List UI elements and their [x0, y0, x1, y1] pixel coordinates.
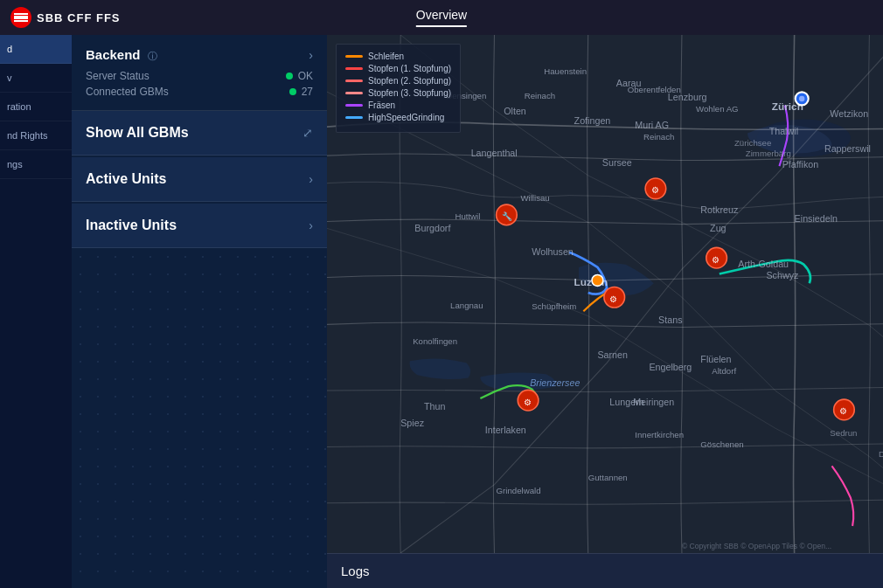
svg-text:© Copyright SBB © OpenApp Tile: © Copyright SBB © OpenApp Tiles © Open..…: [682, 542, 831, 550]
legend-stopfen3: Stopfen (3. Stopfung): [345, 88, 451, 98]
legend-highspeed: HighSpeedGrinding: [345, 113, 451, 122]
legend-stopfen3-line: [345, 92, 363, 94]
expand-icon: ⤢: [302, 126, 313, 140]
svg-text:🔧: 🔧: [502, 211, 513, 222]
legend-schleifen-line: [345, 55, 363, 58]
active-units-title: Active Units: [86, 171, 166, 187]
map-background: Zürich Luzern Zug Aarau Olten Interlaken…: [327, 35, 883, 553]
svg-text:Stans: Stans: [658, 315, 682, 325]
svg-text:Sursee: Sursee: [602, 157, 632, 168]
svg-text:⚙: ⚙: [609, 294, 617, 304]
legend-highspeed-text: HighSpeedGrinding: [368, 113, 444, 122]
svg-text:Guttannen: Guttannen: [588, 473, 628, 482]
legend-frasen-line: [345, 104, 363, 107]
sidebar-item-settings[interactable]: ngs: [0, 150, 72, 179]
svg-text:Rotkreuz: Rotkreuz: [700, 204, 738, 215]
svg-text:Muri AG: Muri AG: [635, 120, 669, 130]
backend-title: Backend: [86, 47, 141, 62]
panel-empty-area: [72, 248, 327, 588]
svg-text:Schüpfheim: Schüpfheim: [532, 301, 576, 311]
inactive-units-button[interactable]: Inactive Units ›: [72, 204, 327, 248]
legend-stopfen1-line: [345, 67, 363, 70]
logs-title: Logs: [341, 564, 370, 578]
svg-text:Engelberg: Engelberg: [649, 362, 692, 372]
app-header: SBB CFF FFS Overview: [0, 0, 883, 35]
sidebar-item-rights[interactable]: nd Rights: [0, 121, 72, 150]
svg-text:Brienzersee: Brienzersee: [530, 377, 580, 388]
svg-point-69: [592, 275, 603, 287]
connected-gbms-indicator: [289, 88, 296, 95]
show-all-title: Show All GBMs: [86, 125, 189, 141]
svg-text:Zug: Zug: [710, 223, 727, 233]
svg-text:Sedrun: Sedrun: [830, 428, 857, 438]
svg-text:Einsiedeln: Einsiedeln: [795, 213, 838, 224]
svg-text:Thalwil: Thalwil: [769, 126, 798, 136]
sidebar-item-overview[interactable]: v: [0, 64, 72, 93]
svg-text:⚙: ⚙: [651, 185, 659, 195]
logs-bar[interactable]: Logs: [327, 553, 883, 588]
legend-stopfen2: Stopfen (2. Stopfung): [345, 76, 451, 86]
left-panel: Backend ⓘ › Server Status OK Connected G…: [72, 35, 327, 588]
logo-area: SBB CFF FFS: [0, 7, 131, 28]
active-units-chevron-icon: ›: [309, 172, 313, 186]
svg-text:Sarnen: Sarnen: [597, 349, 628, 360]
legend-stopfen1-text: Stopfen (1. Stopfung): [368, 64, 451, 73]
legend-stopfen2-text: Stopfen (2. Stopfung): [368, 76, 451, 86]
map-area[interactable]: Zürich Luzern Zug Aarau Olten Interlaken…: [327, 35, 883, 553]
svg-text:Rapperswil: Rapperswil: [824, 143, 871, 154]
svg-text:Dise...: Dise...: [879, 449, 883, 459]
svg-text:Zimmerbärg: Zimmerbärg: [746, 149, 791, 158]
show-all-gbms-button[interactable]: Show All GBMs ⤢: [72, 111, 327, 156]
svg-text:Flüelen: Flüelen: [700, 354, 731, 364]
backend-chevron-icon[interactable]: ›: [309, 48, 313, 62]
svg-text:Olten: Olten: [504, 106, 526, 116]
map-legend: Schleifen Stopfen (1. Stopfung) Stopfen …: [336, 44, 461, 133]
svg-text:Wolhusen: Wolhusen: [532, 246, 574, 257]
backend-title-area: Backend ⓘ: [86, 47, 157, 63]
svg-text:Interlaken: Interlaken: [485, 425, 526, 435]
svg-text:⚙: ⚙: [839, 406, 847, 416]
connected-gbms-row: Connected GBMs 27: [86, 86, 313, 98]
active-units-button[interactable]: Active Units ›: [72, 157, 327, 202]
svg-text:Burgdorf: Burgdorf: [414, 223, 450, 233]
svg-rect-0: [14, 16, 28, 19]
svg-point-68: [799, 96, 804, 101]
legend-frasen-text: Fräsen: [368, 100, 395, 110]
sidebar-item-configuration[interactable]: ration: [0, 93, 72, 121]
svg-text:Göschenen: Göschenen: [700, 439, 743, 449]
svg-rect-2: [14, 20, 28, 22]
svg-text:Schwyz: Schwyz: [766, 270, 798, 280]
backend-section: Backend ⓘ › Server Status OK Connected G…: [72, 35, 327, 111]
sidebar-item-active[interactable]: d: [0, 35, 72, 64]
app-title: SBB CFF FFS: [37, 11, 121, 24]
legend-schleifen: Schleifen: [345, 52, 451, 61]
svg-text:Reinach: Reinach: [643, 132, 674, 142]
connected-gbms-right: 27: [289, 86, 313, 98]
svg-text:Wohlen AG: Wohlen AG: [696, 104, 739, 114]
svg-text:Langenthal: Langenthal: [471, 148, 518, 158]
svg-text:Wetzikon: Wetzikon: [830, 108, 868, 119]
svg-text:Lungern: Lungern: [609, 397, 643, 407]
inactive-units-title: Inactive Units: [86, 218, 177, 233]
backend-info-icon: ⓘ: [148, 51, 157, 61]
svg-text:Konolfingen: Konolfingen: [413, 336, 457, 346]
legend-stopfen3-text: Stopfen (3. Stopfung): [368, 88, 451, 98]
connected-gbms-value: 27: [302, 86, 313, 98]
server-status-value: OK: [298, 70, 313, 82]
svg-text:Huttwil: Huttwil: [455, 211, 480, 221]
svg-text:Reinach: Reinach: [525, 91, 555, 100]
inactive-units-chevron-icon: ›: [309, 218, 313, 232]
overview-tab[interactable]: Overview: [416, 8, 467, 27]
server-status-right: OK: [286, 70, 313, 82]
sbb-logo-icon: [10, 7, 31, 28]
server-status-row: Server Status OK: [86, 70, 313, 82]
svg-text:Oberentfelden: Oberentfelden: [628, 85, 681, 94]
svg-text:Arth-Goldau: Arth-Goldau: [738, 259, 789, 269]
svg-text:Zofingen: Zofingen: [574, 115, 611, 126]
backend-header: Backend ⓘ ›: [86, 47, 313, 63]
server-status-indicator: [286, 73, 293, 80]
sidebar: d v ration nd Rights ngs: [0, 35, 72, 588]
svg-text:Zürichsee: Zürichsee: [734, 138, 771, 148]
legend-schleifen-text: Schleifen: [368, 52, 404, 61]
svg-text:Grindelwald: Grindelwald: [497, 486, 541, 495]
